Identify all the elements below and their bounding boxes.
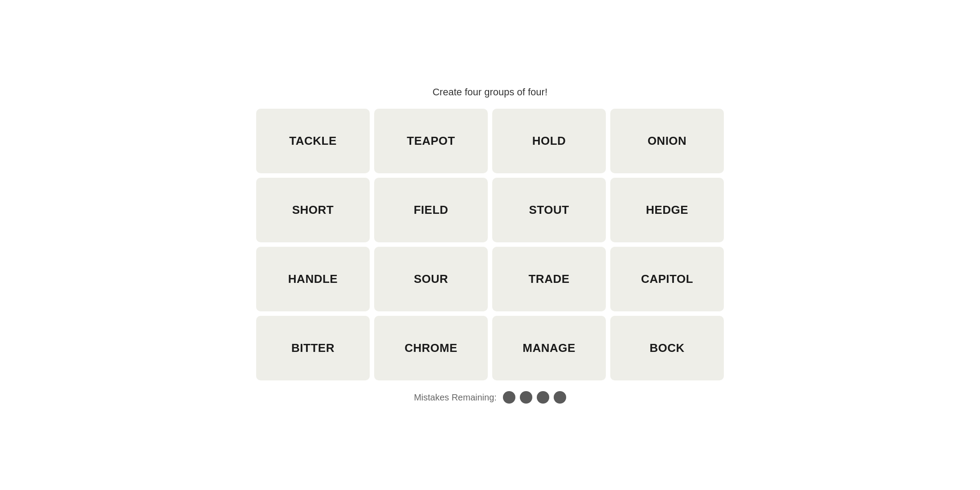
tile-field[interactable]: FIELD [374, 178, 488, 242]
tile-hedge[interactable]: HEDGE [610, 178, 724, 242]
subtitle: Create four groups of four! [433, 86, 547, 98]
tile-onion[interactable]: ONION [610, 109, 724, 173]
tile-tackle[interactable]: TACKLE [256, 109, 370, 173]
tile-label-tackle: TACKLE [289, 134, 337, 148]
tile-stout[interactable]: STOUT [492, 178, 606, 242]
tile-short[interactable]: SHORT [256, 178, 370, 242]
tile-label-short: SHORT [292, 203, 334, 217]
tile-label-bock: BOCK [649, 341, 685, 355]
mistake-dot-1 [503, 391, 515, 404]
tile-teapot[interactable]: TEAPOT [374, 109, 488, 173]
tile-hold[interactable]: HOLD [492, 109, 606, 173]
game-container: Create four groups of four! TACKLETEAPOT… [256, 86, 724, 404]
tile-label-manage: MANAGE [523, 341, 576, 355]
tile-bock[interactable]: BOCK [610, 316, 724, 380]
mistakes-label: Mistakes Remaining: [414, 392, 497, 403]
tile-grid: TACKLETEAPOTHOLDONIONSHORTFIELDSTOUTHEDG… [256, 109, 724, 380]
tile-capitol[interactable]: CAPITOL [610, 247, 724, 311]
mistake-dot-4 [554, 391, 566, 404]
tile-manage[interactable]: MANAGE [492, 316, 606, 380]
tile-label-trade: TRADE [528, 272, 569, 286]
tile-label-bitter: BITTER [291, 341, 335, 355]
mistake-dot-3 [537, 391, 549, 404]
tile-label-stout: STOUT [529, 203, 569, 217]
tile-sour[interactable]: SOUR [374, 247, 488, 311]
tile-trade[interactable]: TRADE [492, 247, 606, 311]
tile-label-teapot: TEAPOT [407, 134, 455, 148]
tile-label-hedge: HEDGE [646, 203, 688, 217]
tile-label-field: FIELD [414, 203, 449, 217]
tile-bitter[interactable]: BITTER [256, 316, 370, 380]
tile-label-sour: SOUR [414, 272, 448, 286]
tile-label-hold: HOLD [532, 134, 566, 148]
tile-label-onion: ONION [648, 134, 687, 148]
tile-label-chrome: CHROME [404, 341, 457, 355]
mistake-dot-2 [520, 391, 532, 404]
tile-label-handle: HANDLE [288, 272, 338, 286]
tile-label-capitol: CAPITOL [641, 272, 693, 286]
dots-container [503, 391, 566, 404]
tile-handle[interactable]: HANDLE [256, 247, 370, 311]
tile-chrome[interactable]: CHROME [374, 316, 488, 380]
mistakes-row: Mistakes Remaining: [414, 391, 566, 404]
